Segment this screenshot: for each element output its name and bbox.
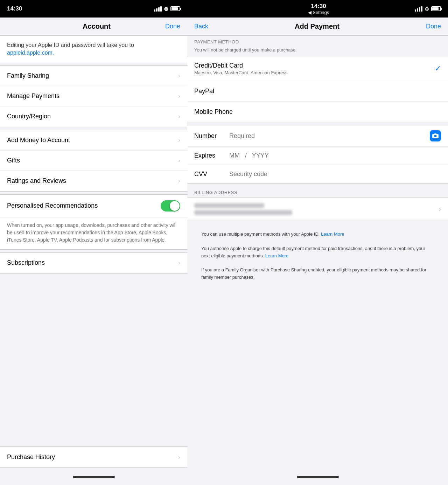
- mobile-phone-item[interactable]: Mobile Phone: [187, 102, 448, 122]
- signal-bars-icon: [154, 6, 162, 12]
- credit-card-info: Credit/Debit Card Maestro, Visa, MasterC…: [194, 62, 287, 75]
- family-sharing-item[interactable]: Family Sharing ›: [0, 66, 187, 86]
- right-panel: 14:30 ◀ Settings ⊛ Back Add Payment Done…: [187, 0, 448, 485]
- credit-card-sub: Maestro, Visa, MasterCard, American Expr…: [194, 70, 287, 75]
- billing-section: ›: [187, 197, 448, 221]
- learn-more-link-1[interactable]: Learn More: [321, 231, 344, 237]
- personalised-section: Personalised Recommendations When turned…: [0, 194, 187, 250]
- left-time: 14:30: [7, 5, 22, 12]
- right-status-center: 14:30 ◀ Settings: [308, 3, 329, 15]
- billing-chevron-icon: ›: [439, 205, 441, 214]
- billing-blurred-info: [194, 203, 292, 215]
- billing-header-block: BILLING ADDRESS: [187, 186, 448, 197]
- right-status-bar: 14:30 ◀ Settings ⊛: [187, 0, 448, 18]
- manage-payments-item[interactable]: Manage Payments ›: [0, 86, 187, 106]
- expires-input[interactable]: [229, 152, 441, 159]
- battery-icon: [170, 6, 180, 11]
- right-nav-bar: Back Add Payment Done: [187, 18, 448, 36]
- left-status-icons: ⊛: [154, 6, 180, 12]
- add-money-item[interactable]: Add Money to Account ›: [0, 130, 187, 151]
- left-status-bar: 14:30 ⊛: [0, 0, 187, 18]
- back-button[interactable]: Back: [194, 23, 208, 30]
- credit-debit-card-item[interactable]: Credit/Debit Card Maestro, Visa, MasterC…: [187, 56, 448, 81]
- right-signal-bars-icon: [415, 6, 422, 12]
- payment-methods-list: Credit/Debit Card Maestro, Visa, MasterC…: [187, 56, 448, 122]
- chevron-icon: ›: [178, 113, 180, 120]
- ratings-reviews-item[interactable]: Ratings and Reviews ›: [0, 171, 187, 191]
- expires-row: Expires: [187, 147, 448, 165]
- payment-method-desc: You will not be charged until you make a…: [187, 47, 448, 56]
- cvv-input[interactable]: [229, 171, 441, 178]
- billing-address-header: BILLING ADDRESS: [187, 186, 448, 197]
- left-nav-title: Account: [83, 22, 111, 30]
- left-nav-bar: Account Done: [0, 18, 187, 36]
- account-section-2: Add Money to Account › Gifts › Ratings a…: [0, 130, 187, 192]
- paypal-item[interactable]: PayPal: [187, 81, 448, 102]
- chevron-icon: ›: [178, 177, 180, 185]
- billing-address-row[interactable]: ›: [187, 198, 448, 221]
- account-section-4: Purchase History ›: [0, 446, 187, 467]
- right-done-button[interactable]: Done: [426, 23, 441, 30]
- chevron-icon: ›: [178, 92, 180, 100]
- camera-scan-button[interactable]: [430, 130, 441, 141]
- toggle-knob: [170, 201, 180, 211]
- info-text-3: If you are a Family Organiser with Purch…: [194, 263, 441, 285]
- number-row: Number: [187, 125, 448, 147]
- right-time: 14:30: [311, 3, 326, 10]
- right-wifi-icon: ⊛: [425, 6, 429, 12]
- info-block: You can use multiple payment methods wit…: [187, 225, 448, 288]
- mobile-phone-name: Mobile Phone: [194, 108, 233, 116]
- expires-label: Expires: [194, 152, 229, 159]
- personalised-toggle[interactable]: [161, 200, 180, 212]
- right-home-indicator-bar: [187, 470, 448, 485]
- payment-method-header-block: PAYMENT METHOD You will not be charged u…: [187, 36, 448, 56]
- learn-more-link-2[interactable]: Learn More: [265, 253, 288, 258]
- selected-checkmark-icon: ✓: [435, 64, 441, 73]
- info-text-2: You authorise Apple to charge this defau…: [194, 242, 441, 263]
- right-nav-title: Add Payment: [295, 22, 340, 30]
- paypal-name: PayPal: [194, 88, 214, 95]
- mobile-phone-info: Mobile Phone: [194, 108, 233, 116]
- personalised-description: When turned on, your app usage, download…: [0, 217, 187, 249]
- number-input[interactable]: [229, 132, 430, 140]
- right-battery-icon: [431, 6, 441, 11]
- number-label: Number: [194, 132, 229, 140]
- chevron-icon: ›: [178, 453, 180, 461]
- purchase-history-item[interactable]: Purchase History ›: [0, 447, 187, 467]
- card-form-section: Number Expires CVV: [187, 125, 448, 183]
- cvv-label: CVV: [194, 171, 229, 178]
- right-home-indicator: [297, 476, 339, 478]
- right-status-icons: ⊛: [415, 6, 441, 12]
- cvv-row: CVV: [187, 165, 448, 183]
- chevron-icon: ›: [178, 259, 180, 266]
- paypal-info: PayPal: [194, 88, 214, 95]
- home-indicator: [73, 476, 115, 478]
- chevron-icon: ›: [178, 137, 180, 144]
- left-done-button[interactable]: Done: [165, 23, 180, 30]
- personalised-row: Personalised Recommendations: [0, 195, 187, 217]
- edit-notice: Editing your Apple ID and password will …: [0, 36, 187, 63]
- subscriptions-item[interactable]: Subscriptions ›: [0, 253, 187, 273]
- account-section-3: Subscriptions ›: [0, 252, 187, 273]
- right-settings-back: ◀ Settings: [308, 10, 329, 15]
- blurred-name: [194, 203, 264, 208]
- info-text-1: You can use multiple payment methods wit…: [194, 227, 441, 242]
- credit-card-name: Credit/Debit Card: [194, 62, 287, 69]
- left-home-indicator-bar: [0, 470, 187, 485]
- appleid-link[interactable]: appleid.apple.com.: [7, 50, 54, 56]
- payment-method-header: PAYMENT METHOD: [187, 36, 448, 47]
- left-panel: 14:30 ⊛ Account Done Editing your Apple …: [0, 0, 187, 485]
- account-section-1: Family Sharing › Manage Payments › Count…: [0, 65, 187, 127]
- wifi-icon: ⊛: [164, 6, 168, 12]
- chevron-icon: ›: [178, 72, 180, 79]
- country-region-item[interactable]: Country/Region ›: [0, 106, 187, 127]
- blurred-address: [194, 210, 292, 215]
- gifts-item[interactable]: Gifts ›: [0, 151, 187, 171]
- chevron-icon: ›: [178, 157, 180, 164]
